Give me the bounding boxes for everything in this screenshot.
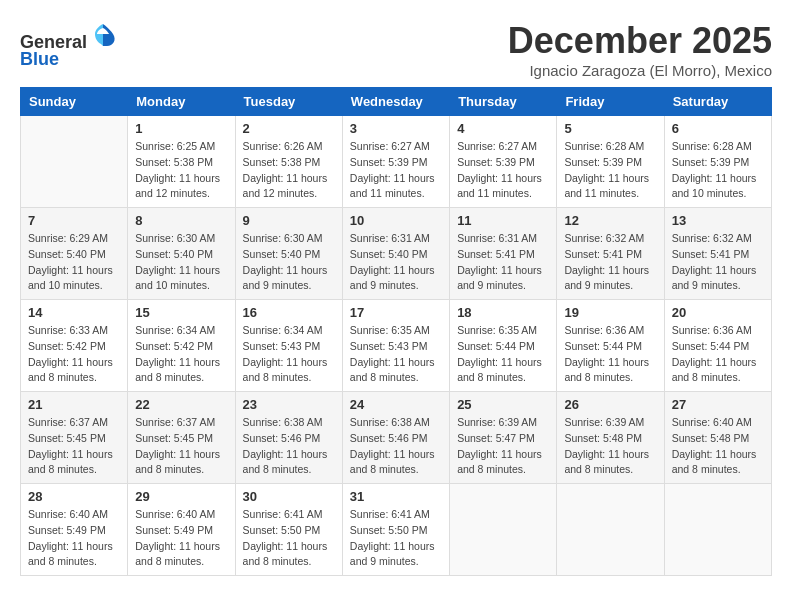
calendar-week-row: 1Sunrise: 6:25 AMSunset: 5:38 PMDaylight… <box>21 116 772 208</box>
calendar-day-cell: 6Sunrise: 6:28 AMSunset: 5:39 PMDaylight… <box>664 116 771 208</box>
day-info: Sunrise: 6:36 AMSunset: 5:44 PMDaylight:… <box>564 323 656 386</box>
title-section: December 2025 Ignacio Zaragoza (El Morro… <box>508 20 772 79</box>
day-number: 22 <box>135 397 227 412</box>
day-info: Sunrise: 6:38 AMSunset: 5:46 PMDaylight:… <box>350 415 442 478</box>
day-number: 20 <box>672 305 764 320</box>
weekday-header: Friday <box>557 88 664 116</box>
day-number: 11 <box>457 213 549 228</box>
weekday-header: Wednesday <box>342 88 449 116</box>
day-info: Sunrise: 6:41 AMSunset: 5:50 PMDaylight:… <box>350 507 442 570</box>
day-number: 17 <box>350 305 442 320</box>
calendar-day-cell: 14Sunrise: 6:33 AMSunset: 5:42 PMDayligh… <box>21 300 128 392</box>
day-info: Sunrise: 6:36 AMSunset: 5:44 PMDaylight:… <box>672 323 764 386</box>
weekday-header: Tuesday <box>235 88 342 116</box>
calendar-day-cell: 11Sunrise: 6:31 AMSunset: 5:41 PMDayligh… <box>450 208 557 300</box>
day-number: 16 <box>243 305 335 320</box>
day-info: Sunrise: 6:33 AMSunset: 5:42 PMDaylight:… <box>28 323 120 386</box>
day-info: Sunrise: 6:37 AMSunset: 5:45 PMDaylight:… <box>135 415 227 478</box>
day-info: Sunrise: 6:31 AMSunset: 5:41 PMDaylight:… <box>457 231 549 294</box>
day-info: Sunrise: 6:28 AMSunset: 5:39 PMDaylight:… <box>564 139 656 202</box>
calendar-day-cell: 17Sunrise: 6:35 AMSunset: 5:43 PMDayligh… <box>342 300 449 392</box>
day-number: 23 <box>243 397 335 412</box>
day-info: Sunrise: 6:37 AMSunset: 5:45 PMDaylight:… <box>28 415 120 478</box>
calendar-day-cell: 31Sunrise: 6:41 AMSunset: 5:50 PMDayligh… <box>342 484 449 576</box>
day-info: Sunrise: 6:31 AMSunset: 5:40 PMDaylight:… <box>350 231 442 294</box>
day-number: 13 <box>672 213 764 228</box>
weekday-header: Thursday <box>450 88 557 116</box>
calendar-day-cell: 7Sunrise: 6:29 AMSunset: 5:40 PMDaylight… <box>21 208 128 300</box>
day-number: 21 <box>28 397 120 412</box>
calendar-day-cell: 27Sunrise: 6:40 AMSunset: 5:48 PMDayligh… <box>664 392 771 484</box>
calendar-day-cell: 26Sunrise: 6:39 AMSunset: 5:48 PMDayligh… <box>557 392 664 484</box>
calendar-table: SundayMondayTuesdayWednesdayThursdayFrid… <box>20 87 772 576</box>
day-info: Sunrise: 6:41 AMSunset: 5:50 PMDaylight:… <box>243 507 335 570</box>
day-number: 4 <box>457 121 549 136</box>
day-number: 8 <box>135 213 227 228</box>
day-info: Sunrise: 6:39 AMSunset: 5:47 PMDaylight:… <box>457 415 549 478</box>
page-header: General Blue December 2025 Ignacio Zarag… <box>20 20 772 79</box>
day-info: Sunrise: 6:39 AMSunset: 5:48 PMDaylight:… <box>564 415 656 478</box>
location-subtitle: Ignacio Zaragoza (El Morro), Mexico <box>508 62 772 79</box>
day-info: Sunrise: 6:26 AMSunset: 5:38 PMDaylight:… <box>243 139 335 202</box>
calendar-day-cell: 25Sunrise: 6:39 AMSunset: 5:47 PMDayligh… <box>450 392 557 484</box>
day-number: 9 <box>243 213 335 228</box>
calendar-day-cell: 3Sunrise: 6:27 AMSunset: 5:39 PMDaylight… <box>342 116 449 208</box>
calendar-day-cell: 1Sunrise: 6:25 AMSunset: 5:38 PMDaylight… <box>128 116 235 208</box>
calendar-day-cell: 12Sunrise: 6:32 AMSunset: 5:41 PMDayligh… <box>557 208 664 300</box>
day-number: 1 <box>135 121 227 136</box>
day-info: Sunrise: 6:38 AMSunset: 5:46 PMDaylight:… <box>243 415 335 478</box>
calendar-week-row: 7Sunrise: 6:29 AMSunset: 5:40 PMDaylight… <box>21 208 772 300</box>
day-number: 5 <box>564 121 656 136</box>
day-info: Sunrise: 6:28 AMSunset: 5:39 PMDaylight:… <box>672 139 764 202</box>
day-info: Sunrise: 6:35 AMSunset: 5:44 PMDaylight:… <box>457 323 549 386</box>
calendar-day-cell <box>664 484 771 576</box>
day-number: 30 <box>243 489 335 504</box>
day-info: Sunrise: 6:29 AMSunset: 5:40 PMDaylight:… <box>28 231 120 294</box>
calendar-week-row: 28Sunrise: 6:40 AMSunset: 5:49 PMDayligh… <box>21 484 772 576</box>
calendar-day-cell: 5Sunrise: 6:28 AMSunset: 5:39 PMDaylight… <box>557 116 664 208</box>
calendar-day-cell: 13Sunrise: 6:32 AMSunset: 5:41 PMDayligh… <box>664 208 771 300</box>
day-info: Sunrise: 6:34 AMSunset: 5:42 PMDaylight:… <box>135 323 227 386</box>
weekday-header: Saturday <box>664 88 771 116</box>
day-info: Sunrise: 6:30 AMSunset: 5:40 PMDaylight:… <box>135 231 227 294</box>
calendar-day-cell <box>450 484 557 576</box>
calendar-day-cell <box>21 116 128 208</box>
day-info: Sunrise: 6:40 AMSunset: 5:49 PMDaylight:… <box>135 507 227 570</box>
calendar-week-row: 14Sunrise: 6:33 AMSunset: 5:42 PMDayligh… <box>21 300 772 392</box>
day-number: 28 <box>28 489 120 504</box>
calendar-day-cell: 28Sunrise: 6:40 AMSunset: 5:49 PMDayligh… <box>21 484 128 576</box>
calendar-day-cell: 20Sunrise: 6:36 AMSunset: 5:44 PMDayligh… <box>664 300 771 392</box>
day-info: Sunrise: 6:32 AMSunset: 5:41 PMDaylight:… <box>672 231 764 294</box>
calendar-day-cell: 24Sunrise: 6:38 AMSunset: 5:46 PMDayligh… <box>342 392 449 484</box>
calendar-day-cell: 29Sunrise: 6:40 AMSunset: 5:49 PMDayligh… <box>128 484 235 576</box>
day-info: Sunrise: 6:40 AMSunset: 5:49 PMDaylight:… <box>28 507 120 570</box>
calendar-day-cell: 9Sunrise: 6:30 AMSunset: 5:40 PMDaylight… <box>235 208 342 300</box>
day-number: 19 <box>564 305 656 320</box>
day-number: 15 <box>135 305 227 320</box>
day-number: 10 <box>350 213 442 228</box>
day-info: Sunrise: 6:30 AMSunset: 5:40 PMDaylight:… <box>243 231 335 294</box>
logo: General Blue <box>20 20 117 70</box>
day-info: Sunrise: 6:32 AMSunset: 5:41 PMDaylight:… <box>564 231 656 294</box>
day-info: Sunrise: 6:34 AMSunset: 5:43 PMDaylight:… <box>243 323 335 386</box>
weekday-header: Monday <box>128 88 235 116</box>
day-number: 26 <box>564 397 656 412</box>
day-info: Sunrise: 6:35 AMSunset: 5:43 PMDaylight:… <box>350 323 442 386</box>
calendar-day-cell: 22Sunrise: 6:37 AMSunset: 5:45 PMDayligh… <box>128 392 235 484</box>
calendar-day-cell: 10Sunrise: 6:31 AMSunset: 5:40 PMDayligh… <box>342 208 449 300</box>
calendar-day-cell: 16Sunrise: 6:34 AMSunset: 5:43 PMDayligh… <box>235 300 342 392</box>
calendar-day-cell: 2Sunrise: 6:26 AMSunset: 5:38 PMDaylight… <box>235 116 342 208</box>
day-info: Sunrise: 6:25 AMSunset: 5:38 PMDaylight:… <box>135 139 227 202</box>
month-title: December 2025 <box>508 20 772 62</box>
calendar-day-cell: 30Sunrise: 6:41 AMSunset: 5:50 PMDayligh… <box>235 484 342 576</box>
day-number: 24 <box>350 397 442 412</box>
calendar-day-cell: 19Sunrise: 6:36 AMSunset: 5:44 PMDayligh… <box>557 300 664 392</box>
day-number: 29 <box>135 489 227 504</box>
day-number: 31 <box>350 489 442 504</box>
day-number: 2 <box>243 121 335 136</box>
day-number: 14 <box>28 305 120 320</box>
day-info: Sunrise: 6:40 AMSunset: 5:48 PMDaylight:… <box>672 415 764 478</box>
day-number: 27 <box>672 397 764 412</box>
weekday-header: Sunday <box>21 88 128 116</box>
day-number: 3 <box>350 121 442 136</box>
